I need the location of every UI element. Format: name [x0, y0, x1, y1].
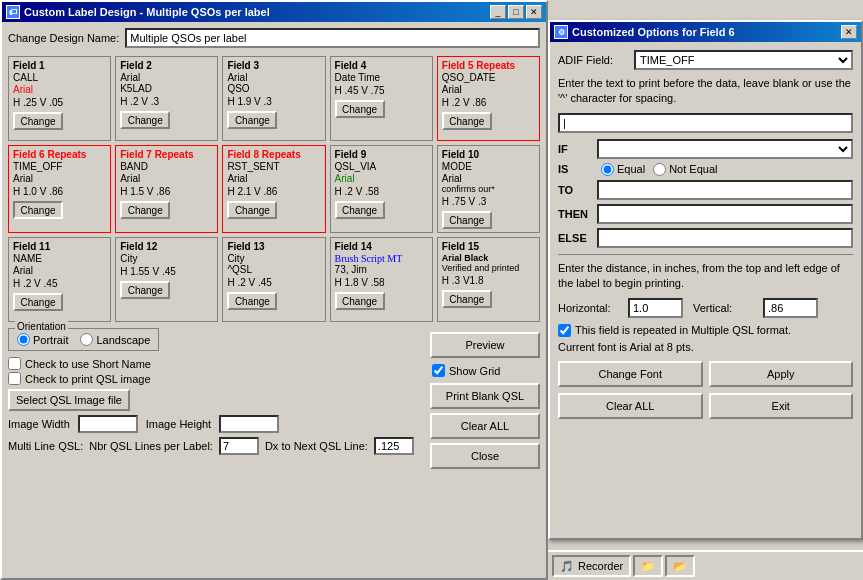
field1-title: Field 1: [13, 60, 106, 71]
field12-change-button[interactable]: Change: [120, 281, 170, 299]
close-button[interactable]: ✕: [526, 5, 542, 19]
field7-change-button[interactable]: Change: [120, 201, 170, 219]
field14-metrics: H 1.8 V .58: [335, 277, 428, 288]
field9-font: Arial: [335, 173, 428, 184]
title-bar-left: 🏷 Custom Label Design - Multiple QSOs pe…: [6, 5, 270, 19]
minimize-button[interactable]: _: [490, 5, 506, 19]
short-name-row: Check to use Short Name: [8, 357, 422, 370]
to-row: TO: [558, 180, 853, 200]
field9-change-button[interactable]: Change: [335, 201, 385, 219]
then-row: THEN: [558, 204, 853, 224]
horizontal-input[interactable]: [628, 298, 683, 318]
field6-font: Arial: [13, 173, 106, 184]
show-grid-label: Show Grid: [449, 365, 500, 377]
portrait-label[interactable]: Portrait: [17, 333, 68, 346]
field15-title: Field 15: [442, 241, 535, 252]
main-title-bar: 🏷 Custom Label Design - Multiple QSOs pe…: [2, 2, 546, 22]
field5-font: Arial: [442, 84, 535, 95]
field6-title: Field 6 Repeats: [13, 149, 106, 160]
recorder-icon: 🎵: [560, 560, 574, 573]
maximize-button[interactable]: □: [508, 5, 524, 19]
taskbar-folder2[interactable]: 📂: [665, 555, 695, 577]
else-input[interactable]: [597, 228, 853, 248]
field1-font: Arial: [13, 84, 106, 95]
image-width-input[interactable]: [78, 415, 138, 433]
adif-select[interactable]: TIME_OFF: [634, 50, 853, 70]
to-input[interactable]: [597, 180, 853, 200]
print-blank-button[interactable]: Print Blank QSL: [430, 383, 540, 409]
horizontal-label: Horizontal:: [558, 302, 618, 314]
field9-metrics: H .2 V .58: [335, 186, 428, 197]
taskbar-recorder[interactable]: 🎵 Recorder: [552, 555, 631, 577]
image-height-input[interactable]: [219, 415, 279, 433]
field12-title: Field 12: [120, 241, 213, 252]
dialog-title-left: ⚙ Customized Options for Field 6: [554, 25, 735, 39]
close-button[interactable]: Close: [430, 443, 540, 469]
vertical-input[interactable]: [763, 298, 818, 318]
landscape-radio[interactable]: [80, 333, 93, 346]
select-qsl-button[interactable]: Select QSL Image file: [8, 389, 130, 411]
short-name-checkbox[interactable]: [8, 357, 21, 370]
field8-change-button[interactable]: Change: [227, 201, 277, 219]
field2-extra: K5LAD: [120, 83, 213, 94]
field15-font: Arial Black: [442, 253, 535, 263]
field14-font: Brush Script MT: [335, 253, 428, 264]
preview-button[interactable]: Preview: [430, 332, 540, 358]
to-label: TO: [558, 184, 593, 196]
field11-metrics: H .2 V .45: [13, 278, 106, 289]
field10-title: Field 10: [442, 149, 535, 160]
landscape-label[interactable]: Landscape: [80, 333, 150, 346]
field13-change-button[interactable]: Change: [227, 292, 277, 310]
else-label: ELSE: [558, 232, 593, 244]
field4-change-button[interactable]: Change: [335, 100, 385, 118]
field4-metrics: H .45 V .75: [335, 85, 428, 96]
not-equal-radio[interactable]: [653, 163, 666, 176]
field-box-9: Field 9 QSL_VIA Arial H .2 V .58 Change: [330, 145, 433, 233]
dialog-close-button[interactable]: ✕: [841, 25, 857, 39]
text-before-data-input[interactable]: [558, 113, 853, 133]
app-icon: 🏷: [6, 5, 20, 19]
field-box-1: Field 1 CALL Arial H .25 V .05 Change: [8, 56, 111, 141]
is-label: IS: [558, 163, 593, 175]
show-grid-row: Show Grid: [432, 364, 540, 377]
portrait-radio[interactable]: [17, 333, 30, 346]
equal-label[interactable]: Equal: [601, 163, 645, 176]
orientation-legend: Orientation: [15, 321, 68, 332]
repeated-checkbox[interactable]: [558, 324, 571, 337]
field10-change-button[interactable]: Change: [442, 211, 492, 229]
if-row: IF: [558, 139, 853, 159]
image-width-label: Image Width: [8, 418, 70, 430]
dialog-title-bar: ⚙ Customized Options for Field 6 ✕: [550, 22, 861, 42]
if-select[interactable]: [597, 139, 853, 159]
nbr-lines-input[interactable]: [219, 437, 259, 455]
field1-sub: CALL: [13, 72, 106, 83]
apply-button[interactable]: Apply: [709, 361, 854, 387]
clear-all-button[interactable]: Clear ALL: [430, 413, 540, 439]
field15-change-button[interactable]: Change: [442, 290, 492, 308]
dx-input[interactable]: [374, 437, 414, 455]
then-input[interactable]: [597, 204, 853, 224]
design-name-input[interactable]: [125, 28, 540, 48]
field11-title: Field 11: [13, 241, 106, 252]
taskbar-folder1[interactable]: 📁: [633, 555, 663, 577]
horiz-vert-row: Horizontal: Vertical:: [558, 298, 853, 318]
repeated-checkbox-row: This field is repeated in Multiple QSL f…: [558, 324, 853, 337]
field4-extra: Date Time: [335, 72, 428, 83]
dialog-clear-all-button[interactable]: Clear ALL: [558, 393, 703, 419]
print-qsl-checkbox[interactable]: [8, 372, 21, 385]
field3-change-button[interactable]: Change: [227, 111, 277, 129]
field5-change-button[interactable]: Change: [442, 112, 492, 130]
equal-radio[interactable]: [601, 163, 614, 176]
not-equal-label[interactable]: Not Equal: [653, 163, 717, 176]
field2-change-button[interactable]: Change: [120, 111, 170, 129]
field6-change-button[interactable]: Change: [13, 201, 63, 219]
field1-change-button[interactable]: Change: [13, 112, 63, 130]
field3-extra: QSO: [227, 83, 320, 94]
change-font-button[interactable]: Change Font: [558, 361, 703, 387]
show-grid-checkbox[interactable]: [432, 364, 445, 377]
dialog-title: Customized Options for Field 6: [572, 26, 735, 38]
field13-title: Field 13: [227, 241, 320, 252]
exit-button[interactable]: Exit: [709, 393, 854, 419]
field14-change-button[interactable]: Change: [335, 292, 385, 310]
field11-change-button[interactable]: Change: [13, 293, 63, 311]
